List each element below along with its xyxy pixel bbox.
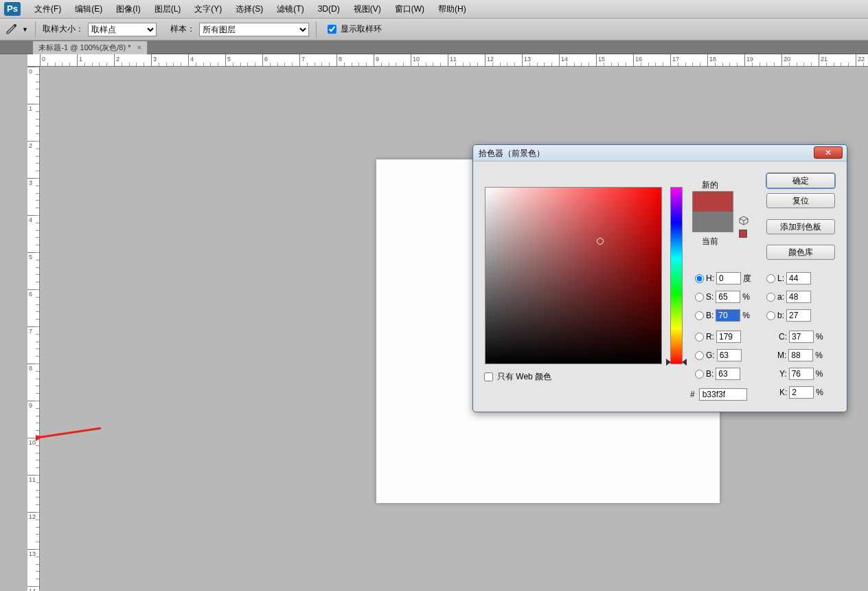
current-color-label: 当前 — [702, 236, 718, 247]
show-ring-label: 显示取样环 — [341, 23, 382, 35]
menu-edit[interactable]: 编辑(E) — [68, 3, 109, 15]
menu-3d[interactable]: 3D(D) — [311, 4, 347, 14]
dialog-close-button[interactable]: ✕ — [814, 146, 843, 159]
m-input[interactable] — [788, 349, 813, 361]
new-color-label: 新的 — [702, 179, 718, 191]
web-only-label: 只有 Web 颜色 — [497, 371, 551, 383]
menu-filter[interactable]: 滤镜(T) — [270, 3, 310, 15]
options-bar: ▼ 取样大小： 取样点 样本： 所有图层 显示取样环 — [0, 19, 868, 41]
tab-close-icon[interactable]: × — [137, 43, 141, 52]
l-radio[interactable] — [766, 274, 775, 283]
c-label: C: — [779, 332, 787, 342]
menu-bar: Ps 文件(F) 编辑(E) 图像(I) 图层(L) 文字(Y) 选择(S) 滤… — [0, 0, 868, 19]
document-tab[interactable]: 未标题-1 @ 100%(灰色/8) * × — [33, 41, 148, 55]
b-radio[interactable] — [766, 311, 775, 320]
h-radio[interactable] — [695, 274, 704, 283]
hex-prefix: # — [690, 390, 695, 399]
dialog-titlebar[interactable]: 拾色器（前景色） ✕ — [473, 145, 847, 161]
bb-input[interactable] — [716, 368, 740, 380]
bv-radio[interactable] — [695, 311, 704, 320]
sample-size-label: 取样大小： — [43, 23, 84, 35]
annotation-arrow-icon — [36, 425, 104, 442]
hex-input[interactable] — [699, 388, 747, 401]
s-unit: % — [742, 292, 750, 302]
add-swatch-button[interactable]: 添加到色板 — [766, 219, 835, 234]
a-label: a: — [777, 292, 784, 302]
k-label: K: — [779, 388, 787, 397]
m-unit: % — [815, 350, 823, 360]
s-label: S: — [706, 292, 713, 302]
l-label: L: — [777, 274, 784, 283]
y-label: Y: — [779, 369, 787, 379]
s-input[interactable] — [716, 291, 740, 303]
show-ring-checkbox[interactable] — [328, 25, 336, 34]
b-row: b: — [766, 309, 811, 322]
color-field-cursor — [597, 238, 604, 245]
bv-unit: % — [742, 311, 750, 320]
r-label: R: — [706, 332, 714, 342]
a-input[interactable] — [786, 291, 811, 303]
color-preview — [692, 191, 733, 232]
b-input[interactable] — [786, 309, 811, 322]
menu-layer[interactable]: 图层(L) — [148, 3, 188, 15]
sample-select[interactable]: 所有图层 — [199, 23, 309, 36]
menu-image[interactable]: 图像(I) — [109, 3, 147, 15]
l-input[interactable] — [786, 272, 811, 285]
y-input[interactable] — [789, 368, 814, 380]
g-label: G: — [706, 350, 715, 360]
g-radio[interactable] — [695, 351, 704, 360]
color-field[interactable] — [485, 187, 662, 364]
separator — [316, 21, 317, 38]
app-logo: Ps — [4, 2, 21, 16]
cube-icon[interactable] — [739, 216, 749, 225]
bv-input[interactable] — [716, 309, 740, 322]
menu-type[interactable]: 文字(Y) — [187, 3, 229, 15]
ok-button[interactable]: 确定 — [766, 173, 835, 188]
svg-point-0 — [14, 24, 16, 27]
sample-label: 样本： — [170, 23, 195, 35]
m-row: M: % — [777, 349, 823, 361]
gamut-warning-swatch[interactable] — [739, 230, 747, 238]
web-only-row: 只有 Web 颜色 — [484, 371, 551, 383]
l-row: L: — [766, 272, 811, 285]
ruler-vertical[interactable]: 02468101214135791113 — [27, 67, 40, 591]
r-input[interactable] — [716, 331, 741, 343]
k-row: K: % — [779, 386, 823, 399]
y-row: Y: % — [779, 368, 823, 380]
menu-window[interactable]: 窗口(W) — [388, 3, 431, 15]
c-row: C: % — [779, 331, 823, 343]
s-radio[interactable] — [695, 293, 704, 302]
reset-button[interactable]: 复位 — [766, 193, 835, 208]
bv-row: B: % — [695, 309, 750, 322]
sample-size-select[interactable]: 取样点 — [88, 23, 157, 36]
menu-view[interactable]: 视图(V) — [347, 3, 388, 15]
eyedropper-icon — [4, 23, 18, 36]
h-label: H: — [706, 274, 714, 283]
caret-down-icon[interactable]: ▼ — [22, 26, 28, 33]
separator — [35, 21, 36, 38]
a-radio[interactable] — [766, 293, 775, 302]
bb-label: B: — [706, 369, 713, 379]
c-unit: % — [816, 332, 823, 342]
r-radio[interactable] — [695, 333, 704, 342]
document-tab-row: 未标题-1 @ 100%(灰色/8) * × — [0, 41, 868, 54]
r-row: R: — [695, 331, 741, 343]
current-color-swatch[interactable] — [693, 212, 733, 232]
web-only-checkbox[interactable] — [484, 372, 493, 381]
h-unit: 度 — [743, 273, 751, 285]
g-row: G: — [695, 349, 742, 361]
h-input[interactable] — [716, 272, 741, 285]
hue-slider[interactable] — [670, 187, 683, 364]
menu-file[interactable]: 文件(F) — [27, 3, 68, 15]
color-libraries-button[interactable]: 颜色库 — [766, 245, 835, 260]
menu-select[interactable]: 选择(S) — [229, 3, 270, 15]
bb-radio[interactable] — [695, 370, 704, 379]
c-input[interactable] — [789, 331, 814, 343]
k-input[interactable] — [789, 386, 814, 399]
g-input[interactable] — [717, 349, 742, 361]
a-row: a: — [766, 291, 811, 303]
bv-label: B: — [706, 311, 713, 320]
bb-row: B: — [695, 368, 740, 380]
menu-help[interactable]: 帮助(H) — [431, 3, 473, 15]
ruler-horizontal[interactable]: 012345678910111213141516171819202122 — [27, 54, 868, 67]
